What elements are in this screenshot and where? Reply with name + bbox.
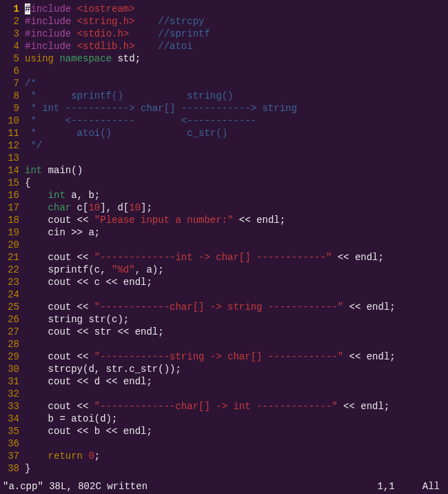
line-number: 30 bbox=[0, 363, 19, 375]
line-number: 38 bbox=[0, 462, 19, 475]
code-content[interactable]: b = atoi(d); bbox=[19, 413, 117, 425]
code-content[interactable] bbox=[19, 338, 25, 350]
code-content[interactable]: cout << "-------------char[] -> int ----… bbox=[19, 400, 389, 413]
code-editor[interactable]: 1#include <iostream>2#include <string.h>… bbox=[0, 0, 448, 477]
code-line[interactable]: 35 cout << b << endl; bbox=[0, 425, 448, 437]
line-number: 28 bbox=[0, 338, 19, 350]
code-content[interactable]: cout << "-------------int -> char[] ----… bbox=[19, 251, 384, 264]
code-line[interactable]: 3#include <stdio.h> //sprintf bbox=[0, 28, 448, 40]
code-content[interactable]: int main() bbox=[19, 164, 83, 177]
code-content[interactable]: /* bbox=[19, 77, 37, 90]
token-normal: , a); bbox=[135, 264, 164, 275]
token-normal: cout << bbox=[25, 302, 94, 313]
code-line[interactable]: 7/* bbox=[0, 77, 448, 90]
code-line[interactable]: 26 string str(c); bbox=[0, 313, 448, 326]
code-line[interactable]: 8 * sprintf() string() bbox=[0, 90, 448, 102]
code-content[interactable]: #include <iostream> bbox=[19, 3, 135, 15]
line-number: 12 bbox=[0, 139, 19, 152]
code-line[interactable]: 36 bbox=[0, 437, 448, 450]
line-number: 32 bbox=[0, 388, 19, 400]
code-line[interactable]: 6 bbox=[0, 65, 448, 77]
code-line[interactable]: 2#include <string.h> //strcpy bbox=[0, 15, 448, 28]
code-line[interactable]: 25 cout << "------------char[] -> string… bbox=[0, 301, 448, 313]
code-line[interactable]: 22 sprintf(c, "%d", a); bbox=[0, 264, 448, 276]
code-content[interactable]: cout << b << endl; bbox=[19, 425, 152, 437]
code-line[interactable]: 37 return 0; bbox=[0, 450, 448, 462]
code-content[interactable]: cout << "------------string -> char[] --… bbox=[19, 350, 396, 363]
code-content[interactable]: #include <string.h> //strcpy bbox=[19, 15, 204, 28]
code-line[interactable]: 5using namespace std; bbox=[0, 52, 448, 65]
code-content[interactable]: cin >> a; bbox=[19, 226, 100, 239]
code-line[interactable]: 19 cin >> a; bbox=[0, 226, 448, 239]
code-content[interactable]: cout << d << endl; bbox=[19, 375, 152, 388]
code-line[interactable]: 1#include <iostream> bbox=[0, 3, 448, 15]
line-number: 18 bbox=[0, 214, 19, 226]
code-line[interactable]: 32 bbox=[0, 388, 448, 400]
code-line[interactable]: 9 * int -----------> char[] ------------… bbox=[0, 102, 448, 115]
code-line[interactable]: 27 cout << str << endl; bbox=[0, 326, 448, 338]
token-normal: ]; bbox=[141, 202, 152, 213]
code-content[interactable]: } bbox=[19, 462, 30, 475]
code-line[interactable]: 28 bbox=[0, 338, 448, 350]
code-content[interactable] bbox=[19, 437, 25, 450]
code-line[interactable]: 11 * atoi() c_str() bbox=[0, 127, 448, 139]
token-preproc: #include bbox=[25, 41, 77, 52]
code-content[interactable] bbox=[19, 388, 25, 400]
token-normal: cin >> a; bbox=[25, 227, 100, 238]
code-content[interactable]: strcpy(d, str.c_str()); bbox=[19, 363, 181, 375]
code-line[interactable]: 14int main() bbox=[0, 164, 448, 177]
code-content[interactable]: #include <stdlib.h> //atoi bbox=[19, 40, 193, 52]
code-line[interactable]: 20 bbox=[0, 239, 448, 251]
code-line[interactable]: 13 bbox=[0, 152, 448, 164]
code-line[interactable]: 24 bbox=[0, 288, 448, 301]
code-line[interactable]: 15{ bbox=[0, 177, 448, 189]
token-normal: cout << bbox=[25, 351, 94, 362]
code-content[interactable] bbox=[19, 288, 25, 301]
code-content[interactable]: * atoi() c_str() bbox=[19, 127, 227, 139]
code-content[interactable] bbox=[19, 65, 25, 77]
code-content[interactable]: cout << "Please input a number:" << endl… bbox=[19, 214, 285, 226]
code-content[interactable]: * sprintf() string() bbox=[19, 90, 233, 102]
code-content[interactable]: */ bbox=[19, 139, 42, 152]
code-line[interactable]: 12 */ bbox=[0, 139, 448, 152]
code-line[interactable]: 16 int a, b; bbox=[0, 189, 448, 201]
token-string: "Please input a number:" bbox=[94, 215, 234, 226]
code-line[interactable]: 29 cout << "------------string -> char[]… bbox=[0, 350, 448, 363]
code-line[interactable]: 33 cout << "-------------char[] -> int -… bbox=[0, 400, 448, 413]
line-number: 7 bbox=[0, 77, 19, 90]
code-line[interactable]: 30 strcpy(d, str.c_str()); bbox=[0, 363, 448, 375]
code-content[interactable]: * int -----------> char[] ------------> … bbox=[19, 102, 297, 115]
token-string: "-------------char[] -> int ------------… bbox=[94, 401, 338, 412]
code-line[interactable]: 38} bbox=[0, 462, 448, 475]
code-line[interactable]: 23 cout << c << endl; bbox=[0, 276, 448, 288]
token-preproc: include bbox=[30, 3, 77, 14]
token-normal: << endl; bbox=[343, 351, 396, 362]
code-line[interactable]: 34 b = atoi(d); bbox=[0, 413, 448, 425]
code-line[interactable]: 4#include <stdlib.h> //atoi bbox=[0, 40, 448, 52]
code-content[interactable]: char c[10], d[10]; bbox=[19, 201, 152, 214]
code-content[interactable]: sprintf(c, "%d", a); bbox=[19, 264, 164, 276]
code-content[interactable]: { bbox=[19, 177, 30, 189]
code-content[interactable]: cout << c << endl; bbox=[19, 276, 152, 288]
status-cursor-position: 1,1 bbox=[378, 480, 422, 493]
line-number: 35 bbox=[0, 425, 19, 437]
code-line[interactable]: 10 * <----------- <------------ bbox=[0, 115, 448, 127]
status-file-info: "a.cpp" 38L, 802C written bbox=[3, 480, 378, 493]
code-content[interactable]: int a, b; bbox=[19, 189, 100, 201]
token-normal: cout << d << endl; bbox=[25, 376, 152, 387]
code-content[interactable] bbox=[19, 152, 25, 164]
code-content[interactable]: using namespace std; bbox=[19, 52, 141, 65]
status-scroll-position: All bbox=[422, 480, 445, 493]
code-line[interactable]: 21 cout << "-------------int -> char[] -… bbox=[0, 251, 448, 264]
code-content[interactable]: string str(c); bbox=[19, 313, 129, 326]
code-content[interactable]: #include <stdio.h> //sprintf bbox=[19, 28, 210, 40]
code-content[interactable]: return 0; bbox=[19, 450, 100, 462]
token-keyword: using bbox=[25, 53, 54, 64]
code-line[interactable]: 18 cout << "Please input a number:" << e… bbox=[0, 214, 448, 226]
code-content[interactable]: cout << str << endl; bbox=[19, 326, 164, 338]
code-line[interactable]: 17 char c[10], d[10]; bbox=[0, 201, 448, 214]
code-content[interactable] bbox=[19, 239, 25, 251]
code-content[interactable]: * <----------- <------------ bbox=[19, 115, 256, 127]
code-line[interactable]: 31 cout << d << endl; bbox=[0, 375, 448, 388]
code-content[interactable]: cout << "------------char[] -> string --… bbox=[19, 301, 396, 313]
